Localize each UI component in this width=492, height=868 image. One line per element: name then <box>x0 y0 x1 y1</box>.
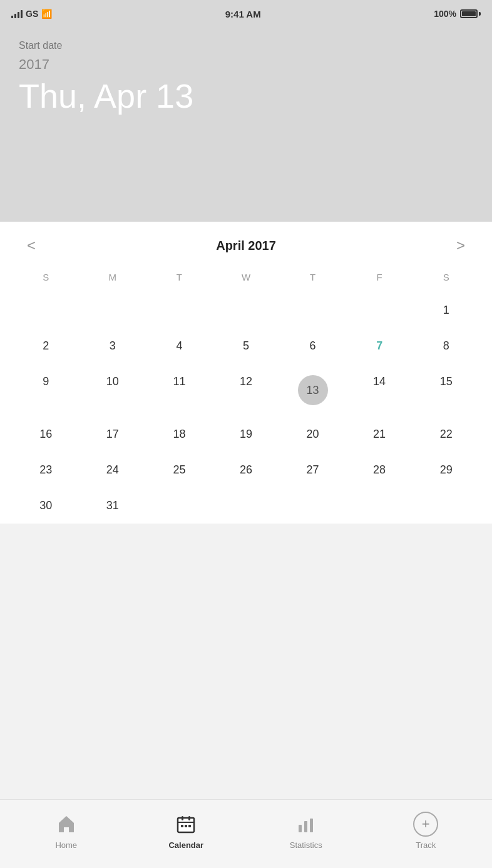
table-row[interactable]: 12 <box>213 364 280 416</box>
table-row[interactable]: 7 <box>346 328 413 364</box>
status-time: 9:41 AM <box>225 9 261 19</box>
bottom-navigation: Home Calendar Statistics <box>0 799 492 868</box>
selected-day[interactable]: 13 <box>279 364 346 416</box>
table-row[interactable]: 27 <box>279 452 346 488</box>
dow-fri: F <box>346 267 413 292</box>
calendar-area: < April 2017 > S M T W T F S 1 2 3 4 5 6… <box>0 222 492 524</box>
table-row <box>413 488 479 524</box>
sidebar-item-track[interactable]: + Track <box>366 812 486 850</box>
dow-sun: S <box>13 267 79 292</box>
carrier-label: GS <box>26 9 38 19</box>
battery-icon <box>460 9 481 18</box>
table-row <box>213 488 280 524</box>
table-row[interactable]: 5 <box>213 328 280 364</box>
calendar-icon <box>173 812 198 837</box>
track-icon: + <box>413 812 438 837</box>
status-bar: GS 📶 9:41 AM 100% <box>0 0 492 28</box>
table-row[interactable]: 2 <box>13 328 79 364</box>
table-row[interactable]: 21 <box>346 416 413 452</box>
wifi-icon: 📶 <box>41 9 52 19</box>
table-row[interactable]: 22 <box>413 416 479 452</box>
table-row[interactable]: 28 <box>346 452 413 488</box>
table-row <box>346 488 413 524</box>
dow-tue: T <box>146 267 213 292</box>
table-row <box>279 292 346 328</box>
track-plus-circle: + <box>413 812 438 837</box>
calendar-month-title: April 2017 <box>216 239 276 253</box>
svg-rect-9 <box>310 819 313 832</box>
sidebar-item-home[interactable]: Home <box>6 812 126 850</box>
table-row[interactable]: 6 <box>279 328 346 364</box>
table-row <box>146 292 213 328</box>
header-year: 2017 <box>19 56 473 73</box>
table-row[interactable]: 1 <box>413 292 479 328</box>
table-row[interactable]: 4 <box>146 328 213 364</box>
table-row[interactable]: 9 <box>13 364 79 416</box>
dow-wed: W <box>213 267 280 292</box>
table-row[interactable]: 29 <box>413 452 479 488</box>
table-row[interactable]: 26 <box>213 452 280 488</box>
table-row[interactable]: 14 <box>346 364 413 416</box>
table-row[interactable]: 17 <box>79 416 146 452</box>
dow-thu: T <box>279 267 346 292</box>
svg-rect-2 <box>182 816 183 820</box>
table-row[interactable]: 31 <box>79 488 146 524</box>
svg-rect-4 <box>181 825 183 827</box>
table-row[interactable]: 30 <box>13 488 79 524</box>
date-header: Start date 2017 Thu, Apr 13 <box>0 28 492 222</box>
sidebar-item-calendar[interactable]: Calendar <box>126 812 247 850</box>
table-row[interactable]: 16 <box>13 416 79 452</box>
table-row[interactable]: 23 <box>13 452 79 488</box>
table-row[interactable]: 11 <box>146 364 213 416</box>
table-row <box>13 292 79 328</box>
table-row <box>79 292 146 328</box>
table-row[interactable]: 18 <box>146 416 213 452</box>
statistics-icon <box>294 812 319 837</box>
table-row[interactable]: 3 <box>79 328 146 364</box>
table-row <box>213 292 280 328</box>
table-row[interactable]: 19 <box>213 416 280 452</box>
sidebar-item-statistics[interactable]: Statistics <box>246 812 366 850</box>
status-right: 100% <box>434 9 481 19</box>
table-row <box>146 488 213 524</box>
track-nav-label: Track <box>416 840 436 850</box>
next-month-button[interactable]: > <box>448 237 473 254</box>
signal-icon <box>11 9 23 18</box>
table-row[interactable]: 10 <box>79 364 146 416</box>
home-nav-label: Home <box>55 840 77 850</box>
calendar-grid: S M T W T F S 1 2 3 4 5 6 7 8 9 10 11 12… <box>13 267 479 524</box>
svg-rect-6 <box>188 825 191 827</box>
table-row <box>346 292 413 328</box>
calendar-nav-label: Calendar <box>168 840 203 850</box>
table-row[interactable]: 20 <box>279 416 346 452</box>
dow-mon: M <box>79 267 146 292</box>
svg-rect-8 <box>304 821 307 832</box>
start-date-label: Start date <box>19 40 473 51</box>
table-row <box>279 488 346 524</box>
header-selected-date: Thu, Apr 13 <box>19 76 473 115</box>
calendar-nav: < April 2017 > <box>13 222 479 267</box>
prev-month-button[interactable]: < <box>19 237 44 254</box>
home-icon <box>54 812 79 837</box>
table-row[interactable]: 24 <box>79 452 146 488</box>
svg-rect-7 <box>299 825 302 832</box>
status-left: GS 📶 <box>11 9 52 19</box>
dow-sat: S <box>413 267 479 292</box>
statistics-nav-label: Statistics <box>290 840 322 850</box>
table-row[interactable]: 25 <box>146 452 213 488</box>
svg-rect-5 <box>185 825 187 827</box>
table-row[interactable]: 8 <box>413 328 479 364</box>
battery-percent: 100% <box>434 9 456 19</box>
table-row[interactable]: 15 <box>413 364 479 416</box>
svg-rect-3 <box>188 816 190 820</box>
